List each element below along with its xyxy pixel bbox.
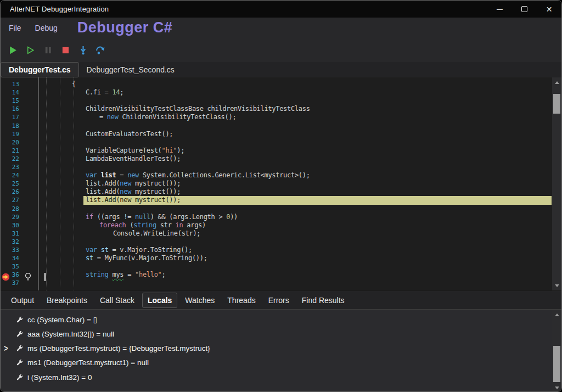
code-line[interactable]: 20 xyxy=(1,138,552,147)
menu-file[interactable]: File xyxy=(3,21,27,35)
scroll-down-icon[interactable] xyxy=(552,384,561,391)
code-segment: = xyxy=(99,113,107,121)
step-over-button[interactable] xyxy=(93,43,108,57)
code-line[interactable]: 16ChildrenVisibilityTestClassBase childr… xyxy=(1,105,552,113)
code-line[interactable]: 31Console.WriteLine(str); xyxy=(1,229,552,238)
code-line[interactable]: 33var st = v.Major.ToString(); xyxy=(1,246,552,254)
locals-row[interactable]: cc (System.Char) = ▯ xyxy=(1,312,550,327)
editor-scrollbar[interactable] xyxy=(552,77,561,290)
panel-tab-locals[interactable]: Locals xyxy=(142,293,177,308)
panel-scrollbar-thumb[interactable] xyxy=(553,346,560,382)
panel-scrollbar[interactable] xyxy=(552,310,561,392)
code-segment: ((args != xyxy=(93,213,135,221)
editor-tab-debuggertest-second-cs[interactable]: DebuggerTest_Second.cs xyxy=(79,62,182,77)
code-segment: new xyxy=(107,113,119,121)
line-number: 16 xyxy=(1,105,19,113)
code-segment: var xyxy=(86,246,97,254)
start-without-debugging-button[interactable] xyxy=(23,43,37,57)
code-line[interactable]: 21VariableCaptureTest("hi"); xyxy=(1,147,552,155)
code-text: list.Add(new mystruct()); xyxy=(86,196,181,204)
locals-panel: cc (System.Char) = ▯aaa (System.Int32[])… xyxy=(1,309,561,392)
code-line[interactable]: 22LambdaEventHandlerTest(); xyxy=(1,155,552,163)
line-number: 13 xyxy=(1,80,19,88)
panel-tab-output[interactable]: Output xyxy=(6,293,39,307)
breakpoint-current-statement-icon[interactable] xyxy=(2,273,10,281)
step-into-icon xyxy=(78,46,88,55)
locals-row[interactable]: i (System.Int32) = 0 xyxy=(1,370,550,384)
code-line[interactable]: 35 xyxy=(1,262,552,271)
scroll-up-icon[interactable] xyxy=(552,311,561,318)
code-segment xyxy=(109,271,113,278)
window-controls: — ✕ xyxy=(487,1,561,18)
code-text: VariableCaptureTest("hi"); xyxy=(86,147,184,155)
line-number: 19 xyxy=(1,130,19,138)
panel-tab-breakpoints[interactable]: Breakpoints xyxy=(42,293,92,307)
scroll-up-icon[interactable] xyxy=(552,79,561,86)
line-number: 17 xyxy=(1,113,19,121)
code-line[interactable]: 28 xyxy=(1,205,552,213)
editor-scrollbar-thumb[interactable] xyxy=(553,94,560,114)
code-segment: foreach xyxy=(99,221,126,229)
code-line[interactable]: 36string mys = "hello"; xyxy=(1,271,552,279)
close-icon[interactable]: ✕ xyxy=(537,1,561,18)
wrench-icon xyxy=(15,373,24,382)
code-line[interactable]: 15 xyxy=(1,97,552,105)
panel-tab-errors[interactable]: Errors xyxy=(263,293,294,307)
code-line[interactable]: 29if ((args != null) && (args.Length > 0… xyxy=(1,213,552,221)
lightbulb-icon[interactable] xyxy=(24,272,32,281)
code-line[interactable]: 19CustomEvaluatorsTest(); xyxy=(1,130,552,138)
panel-tab-find-results[interactable]: Find Results xyxy=(297,293,350,307)
panel-tab-watches[interactable]: Watches xyxy=(180,293,220,307)
expand-chevron-icon[interactable]: > xyxy=(4,343,12,354)
code-segment: in xyxy=(176,221,183,229)
minimize-icon[interactable]: — xyxy=(487,1,512,18)
code-text: = new ChildrenVisibilityTestClass(); xyxy=(99,113,236,121)
code-line[interactable]: 13{ xyxy=(1,80,552,88)
text-caret xyxy=(44,273,46,281)
page-title: Debugger C# xyxy=(77,19,173,36)
code-segment: var xyxy=(86,171,97,179)
code-segment: ; xyxy=(120,88,123,96)
code-line[interactable]: 32 xyxy=(1,238,552,246)
run-outline-icon xyxy=(26,46,35,55)
code-line[interactable]: 34st = MyFunc(v.Major.ToString()); xyxy=(1,254,552,262)
scroll-down-icon[interactable] xyxy=(552,282,561,289)
maximize-icon[interactable] xyxy=(512,1,537,18)
pause-icon xyxy=(44,46,52,54)
code-text: ChildrenVisibilityTestClassBase children… xyxy=(86,105,310,113)
code-segment: { xyxy=(72,80,76,88)
code-line[interactable]: 14C.fi = 14; xyxy=(1,88,552,97)
locals-row[interactable]: aaa (System.Int32[]) = null xyxy=(1,327,550,341)
code-line[interactable]: 18 xyxy=(1,122,552,130)
locals-row[interactable]: ms1 (DebuggerTest.mystruct1) = null xyxy=(1,356,550,370)
code-line[interactable]: 23 xyxy=(1,163,552,171)
code-segment: list.Add( xyxy=(86,188,120,195)
code-segment: list.Add(new mystruct()); xyxy=(86,196,181,204)
code-line[interactable]: 37 xyxy=(1,279,552,287)
code-text: CustomEvaluatorsTest(); xyxy=(86,130,173,138)
code-segment: new xyxy=(127,171,139,179)
panel-tab-call-stack[interactable]: Call Stack xyxy=(95,293,139,307)
line-number: 34 xyxy=(1,254,19,262)
code-line[interactable]: 17= new ChildrenVisibilityTestClass(); xyxy=(1,113,552,121)
run-button[interactable] xyxy=(5,43,20,57)
stop-button[interactable] xyxy=(58,43,72,57)
code-line[interactable]: 25list.Add(new mystruct()); xyxy=(1,180,552,188)
code-segment xyxy=(97,171,101,179)
code-line[interactable]: 24var list = new System.Collections.Gene… xyxy=(1,171,552,180)
menu-debug[interactable]: Debug xyxy=(30,21,63,35)
code-line[interactable]: 26list.Add(new mystruct()); xyxy=(1,188,552,196)
locals-row[interactable]: >ms (DebuggerTest.mystruct) = {DebuggerT… xyxy=(1,341,550,356)
code-segment: list xyxy=(101,171,116,179)
code-line[interactable]: 30foreach (string str in args) xyxy=(1,221,552,229)
line-number: 22 xyxy=(1,155,19,163)
step-into-button[interactable] xyxy=(76,43,90,57)
pause-button[interactable] xyxy=(41,43,55,57)
variable-value: cc (System.Char) = ▯ xyxy=(27,315,97,324)
editor-tab-debuggertest-cs[interactable]: DebuggerTest.cs xyxy=(1,62,79,77)
code-text: list.Add(new mystruct()); xyxy=(86,188,181,196)
code-line[interactable]: 27list.Add(new mystruct()); xyxy=(1,196,552,204)
code-editor[interactable]: 13{14C.fi = 14;1516ChildrenVisibilityTes… xyxy=(1,77,561,290)
panel-tab-threads[interactable]: Threads xyxy=(222,293,260,307)
code-text: string mys = "hello"; xyxy=(86,271,165,279)
